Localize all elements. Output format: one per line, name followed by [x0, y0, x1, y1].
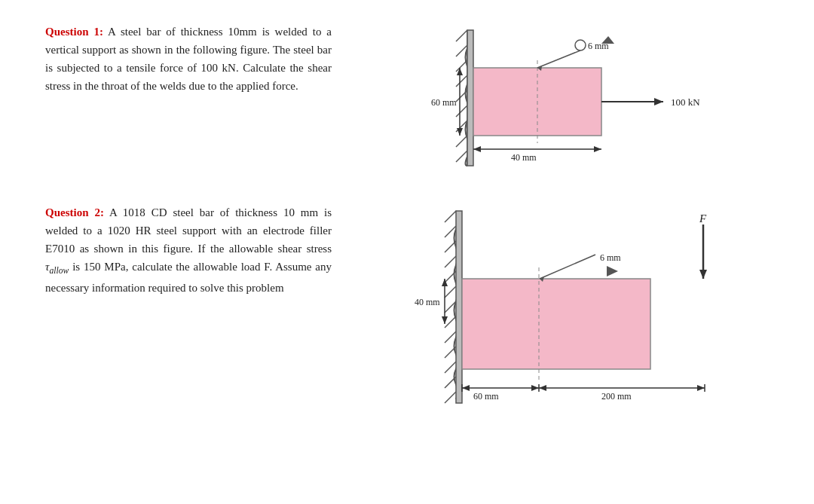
svg-text:60 mm: 60 mm	[473, 391, 499, 402]
svg-line-40	[445, 392, 456, 403]
svg-text:60 mm: 60 mm	[431, 97, 457, 108]
svg-line-37	[445, 347, 456, 358]
svg-marker-26	[654, 98, 663, 105]
svg-marker-60	[539, 385, 546, 391]
svg-line-7	[456, 136, 467, 147]
svg-marker-57	[531, 385, 539, 391]
svg-marker-23	[594, 146, 601, 152]
svg-line-31	[445, 256, 456, 267]
svg-text:F: F	[699, 212, 707, 225]
svg-point-12	[575, 40, 586, 50]
question2-text: Question 2: A 1018 CD steel bar of thick…	[45, 203, 332, 297]
svg-line-13	[537, 50, 580, 68]
q2-tau-sub: allow	[49, 266, 69, 276]
q2-tau: τallow	[45, 261, 69, 273]
svg-text:6 mm: 6 mm	[600, 252, 621, 263]
svg-line-33	[445, 286, 456, 298]
svg-text:100 kN: 100 kN	[671, 96, 700, 108]
q2-svg: 6 mm F 40 mm 60 mm 200 mm	[407, 203, 724, 414]
svg-line-38	[445, 362, 456, 373]
svg-line-0	[456, 30, 467, 41]
q2-body2: is 150 MPa, calculate the allowable load…	[45, 261, 332, 294]
svg-line-28	[445, 211, 456, 222]
svg-marker-53	[442, 316, 448, 324]
q1-label: Question 1:	[45, 26, 103, 38]
svg-line-3	[456, 75, 467, 87]
svg-line-5	[456, 105, 467, 117]
svg-line-30	[445, 241, 456, 252]
q1-figure: 6 mm 60 mm 40 mm 100 kN	[422, 23, 708, 173]
svg-rect-9	[467, 30, 473, 166]
svg-marker-19	[457, 128, 463, 136]
svg-text:200 mm: 200 mm	[601, 391, 632, 402]
svg-text:40 mm: 40 mm	[415, 297, 440, 307]
q2-figure: 6 mm F 40 mm 60 mm 200 mm	[407, 203, 724, 414]
svg-rect-42	[462, 279, 650, 369]
svg-marker-22	[473, 146, 481, 152]
svg-line-44	[540, 255, 595, 279]
svg-marker-56	[462, 385, 470, 391]
q2-figure-area: 6 mm F 40 mm 60 mm 200 mm	[362, 203, 769, 414]
svg-marker-18	[457, 68, 463, 75]
svg-marker-50	[699, 270, 707, 279]
q1-svg: 6 mm 60 mm 40 mm 100 kN	[422, 23, 708, 173]
svg-text:40 mm: 40 mm	[511, 152, 537, 163]
q1-figure-area: 6 mm 60 mm 40 mm 100 kN	[362, 23, 769, 173]
q2-label: Question 2:	[45, 206, 104, 218]
svg-line-39	[445, 377, 456, 388]
question1-text: Question 1: A steel bar of thickness 10m…	[45, 23, 332, 95]
svg-marker-16	[601, 36, 614, 44]
question1-block: Question 1: A steel bar of thickness 10m…	[45, 23, 769, 173]
question2-block: Question 2: A 1018 CD steel bar of thick…	[45, 203, 769, 414]
svg-marker-46	[607, 266, 618, 276]
svg-line-2	[456, 60, 467, 72]
svg-rect-41	[456, 211, 462, 403]
svg-marker-61	[697, 385, 705, 391]
